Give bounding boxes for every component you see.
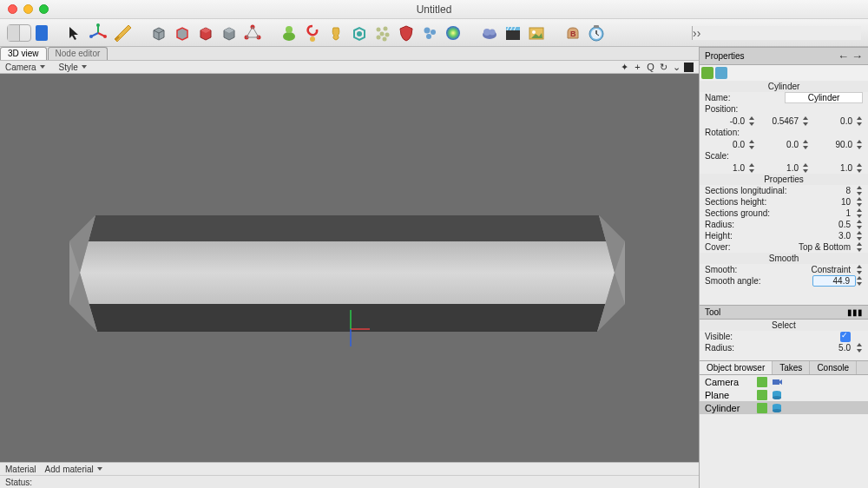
svg-point-24 (283, 32, 295, 41)
sections-ground-field[interactable]: 1 (812, 208, 856, 218)
pos-x-field[interactable]: -0.0 (703, 115, 757, 127)
sections-height-field[interactable]: 10 (812, 197, 856, 207)
scale-y-field[interactable]: 1.0 (757, 162, 811, 174)
svg-text:B: B (570, 30, 576, 38)
tab-takes[interactable]: Takes (773, 361, 810, 374)
rot-y-field[interactable]: 0.0 (757, 138, 811, 150)
shield-icon[interactable] (396, 23, 417, 43)
smooth-subheader: Smooth (700, 253, 868, 264)
sidebar-toggle-button[interactable] (7, 24, 31, 42)
height-field[interactable]: 3.0 (812, 231, 856, 241)
svg-point-34 (383, 36, 387, 41)
svg-point-6 (89, 35, 93, 38)
vertex-tool-icon[interactable] (242, 23, 263, 43)
sections-height-label: Sections height: (705, 197, 812, 207)
rotation-fields: 0.0 0.0 90.0 (700, 138, 868, 150)
main-toolbar: B ›› (0, 19, 868, 47)
vp-target-icon[interactable]: ✦ (619, 62, 630, 73)
vp-fullscreen-icon[interactable] (684, 63, 694, 72)
svg-point-76 (773, 409, 781, 412)
tab-node-editor[interactable]: Node editor (48, 47, 108, 60)
smooth-angle-label: Smooth angle: (705, 276, 812, 286)
tab-3d-view[interactable]: 3D view (0, 47, 47, 60)
ruler-tool-icon[interactable] (112, 23, 133, 43)
camera-icon (772, 377, 782, 387)
svg-marker-70 (779, 379, 782, 385)
cover-dropdown[interactable]: Top & Bottom (786, 242, 856, 252)
scale-fields: 1.0 1.0 1.0 (700, 162, 868, 174)
svg-rect-55 (594, 25, 599, 28)
svg-rect-42 (506, 30, 520, 40)
tool-bar-chart-icon[interactable]: ▮▮▮ (847, 307, 863, 317)
tab-console[interactable]: Console (810, 361, 857, 374)
vp-plus-icon[interactable]: + (632, 62, 643, 73)
axis-tool-icon[interactable] (88, 23, 108, 43)
object-list: Camera Plane Cylinder (700, 375, 868, 414)
properties-panel-header: Properties ←→ (700, 47, 868, 65)
object-item-camera[interactable]: Camera (700, 375, 868, 388)
sections-long-field[interactable]: 8 (812, 186, 856, 195)
bake-icon[interactable]: B (562, 23, 583, 43)
panel-dropdown-button[interactable] (36, 25, 48, 41)
viewport-subbar: Camera Style ✦ + Q ↻ ⌄ (0, 60, 699, 74)
cube-edge-icon[interactable] (172, 23, 193, 43)
name-input[interactable] (785, 92, 863, 103)
smooth-dropdown[interactable]: Constraint (804, 265, 856, 274)
vp-search-icon[interactable]: Q (645, 62, 656, 73)
cloud-icon[interactable] (479, 23, 500, 43)
svg-point-30 (384, 26, 388, 30)
green-blob-icon[interactable] (279, 23, 299, 43)
image-icon[interactable] (526, 23, 547, 43)
cylinder-small-icon (772, 390, 782, 400)
window-titlebar: Untitled (0, 0, 868, 19)
toolbar-overflow-icon[interactable]: ›› (692, 26, 861, 40)
cube-solid-icon[interactable] (219, 23, 240, 43)
position-label: Position: (705, 104, 863, 114)
prop-forward-icon[interactable]: → (852, 49, 863, 63)
prop-tab-mesh-icon[interactable] (715, 67, 727, 79)
sphere-rainbow-icon[interactable] (443, 23, 464, 43)
smooth-label: Smooth: (705, 265, 804, 274)
prop-back-icon[interactable]: ← (838, 49, 849, 63)
svg-point-37 (426, 34, 431, 39)
add-material-dropdown[interactable]: Add material (45, 465, 102, 474)
viewport-3d[interactable] (0, 74, 699, 462)
object-item-plane[interactable]: Plane (700, 388, 868, 401)
pos-z-field[interactable]: 0.0 (811, 115, 865, 127)
radius-field[interactable]: 0.5 (812, 220, 856, 229)
scale-x-field[interactable]: 1.0 (703, 162, 757, 174)
cube-wire-icon[interactable] (148, 23, 169, 43)
svg-point-41 (490, 29, 496, 35)
particles-icon[interactable] (372, 23, 393, 43)
position-fields: -0.0 0.5467 0.0 (700, 115, 868, 127)
yellow-vase-icon[interactable] (326, 23, 346, 43)
tool-visible-checkbox[interactable] (840, 332, 851, 342)
object-type-label: Cylinder (700, 81, 868, 92)
tab-object-browser[interactable]: Object browser (700, 361, 773, 374)
svg-point-73 (773, 396, 781, 399)
smooth-angle-field[interactable]: 44.9 (812, 275, 856, 287)
rotation-label: Rotation: (705, 128, 863, 137)
clapper-icon[interactable] (503, 23, 523, 43)
prop-tab-object-icon[interactable] (701, 67, 713, 79)
vp-caret-icon[interactable]: ⌄ (671, 62, 682, 73)
window-title: Untitled (0, 3, 868, 16)
cover-label: Cover: (705, 242, 786, 252)
vp-rotate-icon[interactable]: ↻ (658, 62, 669, 73)
clock-icon[interactable] (586, 23, 607, 43)
svg-point-25 (286, 26, 293, 33)
object-item-cylinder[interactable]: Cylinder (700, 401, 868, 414)
camera-dropdown[interactable]: Camera (5, 63, 45, 72)
style-dropdown[interactable]: Style (59, 63, 87, 72)
scale-z-field[interactable]: 1.0 (811, 162, 865, 174)
name-label: Name: (705, 93, 785, 102)
spiral-icon[interactable] (302, 23, 323, 43)
cursor-tool-icon[interactable] (63, 23, 84, 43)
rot-x-field[interactable]: 0.0 (703, 138, 757, 150)
molecule-icon[interactable] (419, 23, 440, 43)
rot-z-field[interactable]: 90.0 (811, 138, 865, 150)
tool-radius-field[interactable]: 5.0 (812, 343, 856, 353)
cube-red-icon[interactable] (195, 23, 216, 43)
pos-y-field[interactable]: 0.5467 (757, 115, 811, 127)
teal-frame-icon[interactable] (349, 23, 370, 43)
